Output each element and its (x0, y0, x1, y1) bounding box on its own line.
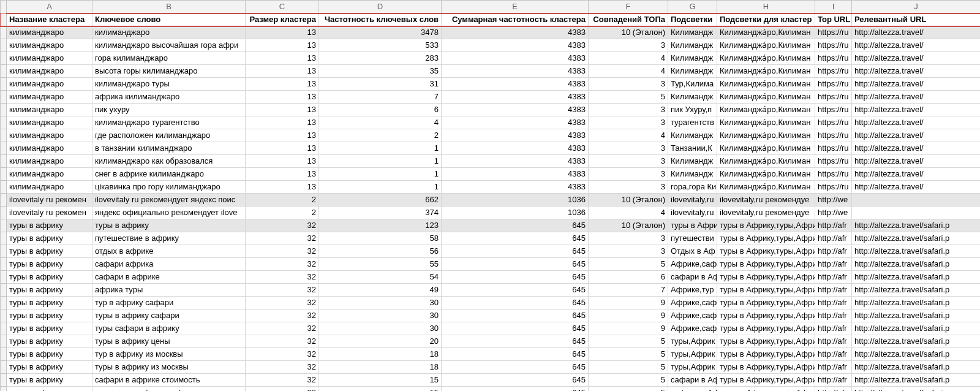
cell[interactable]: https://ru (815, 155, 852, 168)
cell[interactable]: ilovevitaly ru рекомендует яндекс поис (92, 194, 246, 207)
cell[interactable]: https://ru (815, 39, 852, 52)
cell[interactable]: 30 (319, 309, 442, 322)
cell[interactable]: килиманджаро (7, 129, 92, 142)
row-handle[interactable] (1, 52, 7, 65)
cell[interactable]: 5 (589, 361, 668, 374)
cell[interactable]: 32 (246, 335, 319, 348)
col-letter[interactable]: G (668, 1, 717, 13)
cell[interactable]: 58 (319, 232, 442, 245)
cell[interactable] (852, 207, 981, 219)
cell[interactable]: туры в Африку,туры,Афри (717, 258, 815, 271)
cell[interactable]: 4 (589, 65, 668, 78)
cell[interactable]: килиманджаро (7, 142, 92, 155)
cell[interactable]: килиманджаро (7, 116, 92, 129)
cell[interactable]: туры в Африку,туры,Афри (717, 374, 815, 387)
cell[interactable]: Килиманджа́ро,Килиман (717, 78, 815, 91)
cell[interactable]: 4383 (442, 65, 589, 78)
cell[interactable]: http://afr (815, 387, 852, 392)
cell[interactable]: http://afr (815, 335, 852, 348)
cell[interactable]: Африке,саф (668, 297, 717, 309)
cell[interactable] (852, 194, 981, 207)
col-letter[interactable]: I (815, 1, 852, 13)
row-handle[interactable] (1, 322, 7, 335)
cell[interactable]: http://altezza.travel/safari.p (852, 387, 981, 392)
cell[interactable]: http://altezza.travel/ (852, 52, 981, 65)
cell[interactable]: 7 (589, 284, 668, 297)
cell[interactable]: ilovevitaly,ru (668, 207, 717, 219)
cell[interactable]: 6 (589, 271, 668, 284)
cell[interactable]: http://afr (815, 219, 852, 232)
cell[interactable]: туры в африку из москвы (92, 361, 246, 374)
cell[interactable]: путешестви (668, 232, 717, 245)
header-cell[interactable]: Частотность ключевых слов (319, 13, 442, 26)
cell[interactable]: килиманджаро (7, 52, 92, 65)
row-handle[interactable] (1, 361, 7, 374)
cell[interactable]: туры в Африку,туры,Афри (717, 322, 815, 335)
cell[interactable]: 4383 (442, 39, 589, 52)
cell[interactable]: туры в африку (7, 245, 92, 258)
cell[interactable]: 645 (442, 374, 589, 387)
grid-body[interactable]: Название кластера Ключевое слово Размер … (1, 13, 981, 392)
cell[interactable]: Килимандж (668, 155, 717, 168)
cell[interactable]: http://altezza.travel/safari.p (852, 309, 981, 322)
header-cell[interactable]: Размер кластера (246, 13, 319, 26)
cell[interactable]: http://afr (815, 309, 852, 322)
cell[interactable]: https://ru (815, 142, 852, 155)
cell[interactable]: пик ухуру (92, 104, 246, 116)
header-cell[interactable]: Top URL (815, 13, 852, 26)
cell[interactable]: http://altezza.travel/ (852, 116, 981, 129)
cell[interactable]: 4383 (442, 142, 589, 155)
cell[interactable]: 3 (589, 232, 668, 245)
cell[interactable]: 32 (246, 297, 319, 309)
cell[interactable]: https://ru (815, 65, 852, 78)
cell[interactable]: 283 (319, 52, 442, 65)
cell[interactable]: 645 (442, 284, 589, 297)
cell[interactable]: http://altezza.travel/safari.p (852, 335, 981, 348)
cell[interactable]: 645 (442, 245, 589, 258)
cell[interactable]: килиманджаро (7, 39, 92, 52)
cell[interactable]: http://afr (815, 245, 852, 258)
cell[interactable]: килиманджаро туры (92, 78, 246, 91)
cell[interactable]: http://afr (815, 297, 852, 309)
cell[interactable]: туры в африку (7, 309, 92, 322)
cell[interactable]: 54 (319, 271, 442, 284)
cell[interactable]: 4383 (442, 91, 589, 104)
cell[interactable]: 2 (246, 207, 319, 219)
cell[interactable]: 13 (246, 65, 319, 78)
cell[interactable]: 3 (589, 39, 668, 52)
cell[interactable]: http://altezza.travel/safari.p (852, 245, 981, 258)
cell[interactable]: туры в африку сафари (92, 309, 246, 322)
header-cell[interactable]: Название кластера (7, 13, 92, 26)
cell[interactable]: http://altezza.travel/safari.p (852, 374, 981, 387)
row-handle[interactable] (1, 155, 7, 168)
cell[interactable]: высота горы килиманджаро (92, 65, 246, 78)
cell[interactable]: http://afr (815, 271, 852, 284)
cell[interactable]: https://ru (815, 78, 852, 91)
row-handle[interactable] (1, 219, 7, 232)
cell[interactable]: 32 (246, 219, 319, 232)
cell[interactable]: Килиманджа́ро,Килиман (717, 39, 815, 52)
cell[interactable]: Килиманджа́ро,Килиман (717, 129, 815, 142)
row-handle[interactable] (1, 194, 7, 207)
cell[interactable]: Африке,саф (668, 309, 717, 322)
cell[interactable]: сафари в африке (92, 271, 246, 284)
cell[interactable]: 5 (589, 348, 668, 361)
cell[interactable]: туры в Африку,туры,Афри (717, 335, 815, 348)
cell[interactable]: сафари в Аф (668, 387, 717, 392)
cell[interactable]: 4383 (442, 26, 589, 39)
row-handle[interactable] (1, 374, 7, 387)
cell[interactable]: килиманджаро как образовался (92, 155, 246, 168)
row-handle[interactable] (1, 91, 7, 104)
cell[interactable]: Килиманджа́ро,Килиман (717, 52, 815, 65)
cell[interactable]: туры в Африку,туры,Афри (717, 361, 815, 374)
cell[interactable]: 5 (589, 258, 668, 271)
cell[interactable]: 32 (246, 374, 319, 387)
cell[interactable]: туры в африку (7, 297, 92, 309)
cell[interactable]: 32 (246, 284, 319, 297)
cell[interactable]: http://altezza.travel/safari.p (852, 297, 981, 309)
cell[interactable]: 5 (589, 91, 668, 104)
cell[interactable]: 645 (442, 348, 589, 361)
cell[interactable]: 13 (246, 39, 319, 52)
cell[interactable]: https://ru (815, 104, 852, 116)
cell[interactable]: туры,Африк (668, 361, 717, 374)
